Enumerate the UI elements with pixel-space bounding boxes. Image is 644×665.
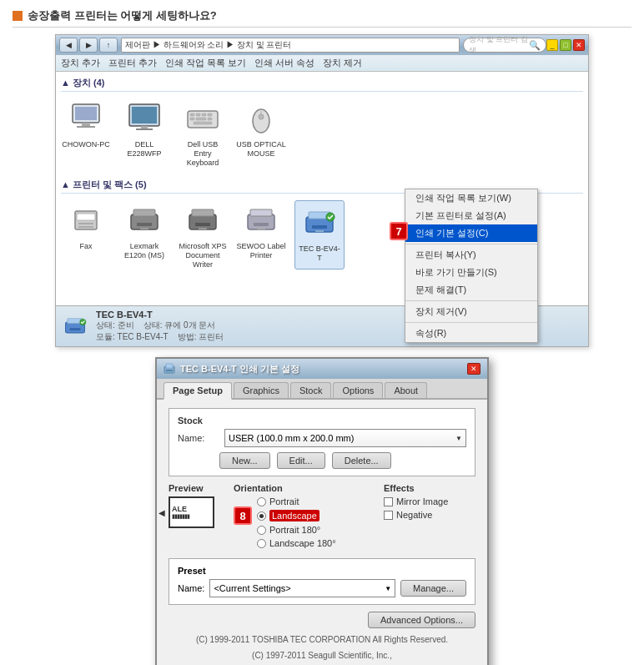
stock-new-button[interactable]: New... <box>219 452 270 469</box>
preview-image: ALE ▮▮▮▮▮▮▮ <box>169 496 214 528</box>
dialog-printer-icon <box>164 363 175 375</box>
device-mouse[interactable]: USB OPTICAL MOUSE <box>236 98 286 167</box>
explorer-window: ◀ ▶ ↑ 제어판 ▶ 하드웨어와 소리 ▶ 장치 및 프린터 장치 및 프린터… <box>55 34 589 347</box>
radio-portrait-180-circle <box>257 526 266 535</box>
svg-rect-23 <box>78 226 93 228</box>
devices-section-title: ▲ 장치 (4) <box>61 77 583 92</box>
back-button[interactable]: ◀ <box>59 38 78 53</box>
minimize-button[interactable]: _ <box>546 39 558 51</box>
printer-tec[interactable]: TEC B-EV4-T <box>294 200 345 269</box>
printer-xps[interactable]: Microsoft XPS Document Writer <box>178 200 228 269</box>
close-button[interactable]: ✕ <box>573 39 585 51</box>
stock-label: Stock <box>178 416 466 426</box>
window-controls: _ □ ✕ <box>546 39 585 51</box>
ctx-print-settings[interactable]: 인쇄 기본 설정(C) <box>405 224 537 242</box>
advanced-options-button[interactable]: Advanced Options... <box>368 612 475 628</box>
svg-rect-34 <box>254 223 269 226</box>
address-text: 제어판 ▶ 하드웨어와 소리 ▶ 장치 및 프린터 <box>125 39 291 51</box>
toolbar-view-jobs[interactable]: 인쇄 작업 목록 보기 <box>165 57 246 69</box>
explorer-titlebar: ◀ ▶ ↑ 제어판 ▶ 하드웨어와 소리 ▶ 장치 및 프린터 장치 및 프린터… <box>56 35 588 55</box>
svg-rect-21 <box>77 214 95 220</box>
radio-portrait-180[interactable]: Portrait 180° <box>257 525 377 535</box>
checkbox-mirror[interactable]: Mirror Image <box>384 496 475 506</box>
svg-rect-14 <box>196 118 206 120</box>
toolbar-add-printer[interactable]: 프린터 추가 <box>108 57 157 69</box>
toolbar-add-device[interactable]: 장치 추가 <box>61 57 100 69</box>
statusbar-info: TEC B-EV4-T 상태: 준비 상태: 큐에 0개 문서 모듈: TEC … <box>96 310 224 343</box>
svg-rect-15 <box>208 118 212 120</box>
checkbox-negative[interactable]: Negative <box>384 510 475 520</box>
stock-edit-button[interactable]: Edit... <box>277 452 325 469</box>
tec-label: TEC B-EV4-T <box>297 244 342 263</box>
tab-options[interactable]: Options <box>333 382 383 398</box>
radio-portrait[interactable]: Portrait <box>257 496 377 506</box>
svg-rect-7 <box>136 128 153 130</box>
svg-point-19 <box>259 114 264 119</box>
preview-text: ALE <box>172 505 187 514</box>
preset-name-select[interactable]: <Current Settings> ▼ <box>209 579 395 597</box>
svg-rect-27 <box>140 228 148 229</box>
effects-col: Effects Mirror Image Negative <box>384 483 475 552</box>
svg-rect-38 <box>312 225 327 229</box>
stock-delete-button[interactable]: Delete... <box>332 452 391 469</box>
printer-sewoo[interactable]: SEWOO Label Printer <box>236 200 286 269</box>
up-button[interactable]: ↑ <box>99 38 118 53</box>
toolbar-server-props[interactable]: 인쇄 서버 속성 <box>254 57 314 69</box>
statusbar-printer-name: TEC B-EV4-T <box>96 310 224 320</box>
ctx-copy-printer[interactable]: 프린터 복사(Y) <box>405 246 537 264</box>
svg-rect-12 <box>208 113 212 116</box>
tab-graphics[interactable]: Graphics <box>234 382 289 398</box>
printer-lexmark[interactable]: Lexmark E120n (MS) <box>119 200 169 269</box>
computer-label: CHOWON-PC <box>62 140 110 149</box>
lexmark-icon <box>124 200 164 240</box>
stock-name-select[interactable]: USER (100.0 mm x 200.0 mm) ▼ <box>224 429 466 447</box>
ctx-create-shortcut[interactable]: 바로 가기 만들기(S) <box>405 264 537 281</box>
maximize-button[interactable]: □ <box>560 39 571 51</box>
preset-label: Preset <box>178 566 466 576</box>
toolbar-remove-device[interactable]: 장치 제거 <box>323 57 362 69</box>
sewoo-icon <box>241 200 281 240</box>
ctx-properties[interactable]: 속성(R) <box>405 325 537 342</box>
checkbox-negative-label: Negative <box>396 510 432 520</box>
svg-rect-33 <box>250 209 272 216</box>
ctx-troubleshoot[interactable]: 문제 해결(T) <box>405 281 537 299</box>
sewoo-label: SEWOO Label Printer <box>236 242 286 260</box>
svg-rect-47 <box>166 370 173 371</box>
search-box[interactable]: 장치 및 프린터 검색 🔍 <box>463 38 546 53</box>
svg-rect-6 <box>141 126 148 128</box>
preset-select-arrow: ▼ <box>385 585 391 592</box>
orientation-label: Orientation <box>234 483 377 493</box>
statusbar-model-text: 모듈: TEC B-EV4-T <box>96 332 169 341</box>
printer-fax[interactable]: Fax <box>61 200 111 269</box>
preview-arrow: ◀ <box>158 508 165 517</box>
ctx-view-jobs[interactable]: 인쇄 작업 목록 보기(W) <box>405 189 537 207</box>
svg-rect-35 <box>257 228 265 229</box>
device-monitor[interactable]: DELL E228WFP <box>119 98 169 167</box>
nav-buttons: ◀ ▶ ↑ <box>59 38 118 53</box>
ctx-set-default[interactable]: 기본 프린터로 설정(A) <box>405 207 537 224</box>
stock-name-value: USER (100.0 mm x 200.0 mm) <box>229 433 354 443</box>
dialog-close-button[interactable]: ✕ <box>467 363 480 375</box>
ctx-separator-3 <box>405 322 537 323</box>
tab-stock[interactable]: Stock <box>290 382 332 398</box>
mouse-label: USB OPTICAL MOUSE <box>236 140 286 159</box>
preset-name-value: <Current Settings> <box>214 583 290 593</box>
svg-rect-24 <box>131 214 158 229</box>
titlebar-left: ◀ ▶ ↑ 제어판 ▶ 하드웨어와 소리 ▶ 장치 및 프린터 장치 및 프린터… <box>59 38 546 53</box>
dialog-titlebar: TEC B-EV4-T 인쇄 기본 설정 ✕ <box>157 359 487 379</box>
page-title: 송장출력 프린터는 어떻게 세팅하나요? <box>28 8 217 23</box>
ctx-remove-device[interactable]: 장치 제거(V) <box>405 303 537 320</box>
device-keyboard[interactable]: Dell USB Entry Keyboard <box>178 98 228 167</box>
tab-page-setup[interactable]: Page Setup <box>164 382 232 400</box>
radio-landscape-180[interactable]: Landscape 180° <box>257 538 377 548</box>
preset-manage-button[interactable]: Manage... <box>400 580 466 597</box>
tab-about[interactable]: About <box>385 382 427 398</box>
radio-landscape-180-circle <box>257 539 266 548</box>
monitor-label: DELL E228WFP <box>119 140 169 159</box>
forward-button[interactable]: ▶ <box>79 38 98 53</box>
device-computer[interactable]: CHOWON-PC <box>61 98 111 167</box>
radio-landscape[interactable]: Landscape <box>257 510 377 521</box>
address-bar[interactable]: 제어판 ▶ 하드웨어와 소리 ▶ 장치 및 프린터 <box>121 38 460 53</box>
copyright-2: (C) 1997-2011 Seagull Scientific, Inc., <box>169 649 475 662</box>
effects-label: Effects <box>384 483 475 493</box>
